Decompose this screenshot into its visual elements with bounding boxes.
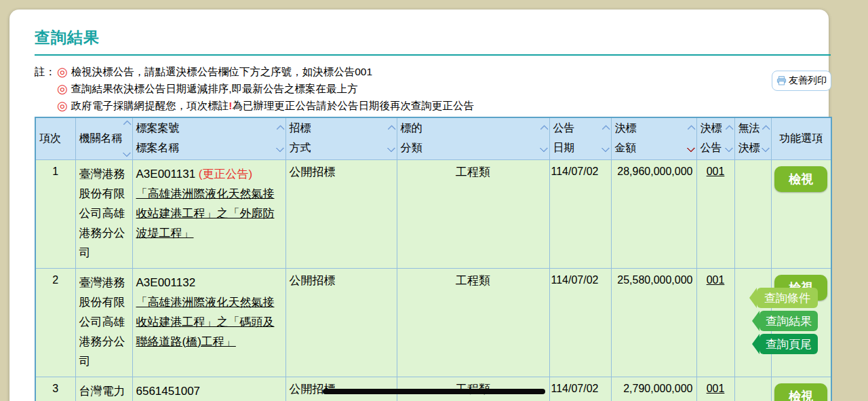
cell-award-notice: 001 <box>696 159 734 268</box>
sort-desc-icon[interactable] <box>539 144 548 153</box>
cell-item-no: 2 <box>35 268 75 377</box>
case-number: 6561451007 <box>136 385 201 398</box>
quick-nav: 查詢條件 查詢結果 查詢頁尾 <box>757 288 818 354</box>
col-header-award-amount[interactable]: 決標 金額 <box>611 117 696 159</box>
sort-desc-icon[interactable] <box>724 144 733 153</box>
notes-label: 註： <box>35 63 56 114</box>
friendly-print-button[interactable]: 友善列印 <box>772 71 831 91</box>
cell-org: 臺灣港務股份有限公司高雄港務分公司 <box>75 159 132 268</box>
sort-desc-icon[interactable] <box>761 144 770 153</box>
quick-nav-footer[interactable]: 查詢頁尾 <box>760 334 818 354</box>
award-notice-link[interactable]: 001 <box>707 383 725 394</box>
col-header-item-no: 項次 <box>35 117 75 159</box>
sort-asc-icon[interactable] <box>687 125 696 134</box>
sort-desc-icon[interactable] <box>122 149 131 157</box>
col-header-failed-award[interactable]: 無法 決標 <box>734 117 771 159</box>
cell-failed-award <box>734 377 771 401</box>
cell-method: 公開招標 <box>285 159 397 268</box>
cell-category: 工程類 <box>397 268 549 377</box>
print-button-label: 友善列印 <box>789 75 827 87</box>
cell-method: 公開招標 <box>285 268 397 377</box>
content-card: 查詢結果 註： ◎ 檢視決標公告，請點選決標公告欄位下方之序號，如決標公告001… <box>9 9 829 401</box>
cell-date: 114/07/02 <box>549 377 611 401</box>
table-row: 1 臺灣港務股份有限公司高雄港務分公司 A3E001131 (更正公告) 「高雄… <box>35 159 831 268</box>
cell-item-no: 3 <box>35 377 75 401</box>
cell-amount: 28,960,000,000 <box>611 159 696 268</box>
black-indicator-bar <box>323 389 545 394</box>
cell-amount: 25,580,000,000 <box>611 268 696 377</box>
cell-amount: 2,790,000,000 <box>611 377 696 401</box>
double-circle-icon: ◎ <box>57 83 68 95</box>
cell-actions: 檢視 <box>771 159 831 268</box>
case-name-link[interactable]: 「高雄港洲際液化天然氣接收站建港工程」之「外廓防波堤工程」 <box>136 187 275 240</box>
view-button[interactable]: 檢視 <box>774 166 827 192</box>
col-header-case[interactable]: 標案案號 標案名稱 <box>132 117 285 159</box>
quick-nav-conditions[interactable]: 查詢條件 <box>757 288 818 308</box>
double-circle-icon: ◎ <box>57 100 68 112</box>
cell-case: A3E001132 「高雄港洲際液化天然氣接收站建港工程」之「碼頭及聯絡道路(橋… <box>132 268 285 377</box>
note-text: 政府電子採購網提醒您，項次標註!為已辦理更正公告請於公告日期後再次查詢更正公告 <box>71 97 474 114</box>
case-number: A3E001131 <box>136 168 196 180</box>
note-text: 檢視決標公告，請點選決標公告欄位下方之序號，如決標公告001 <box>71 63 372 80</box>
sort-asc-icon[interactable] <box>540 125 549 134</box>
quick-nav-results[interactable]: 查詢結果 <box>760 311 818 331</box>
col-header-method[interactable]: 招標 方式 <box>285 117 397 159</box>
case-name-link[interactable]: 「高雄港洲際液化天然氣接收站建港工程」之「碼頭及聯絡道路(橋)工程」 <box>136 296 275 348</box>
sort-desc-icon[interactable] <box>601 144 610 153</box>
cell-org: 台灣電力股份有限公司 <box>75 377 132 401</box>
col-header-category[interactable]: 標的 分類 <box>397 117 549 159</box>
cell-org: 臺灣港務股份有限公司高雄港務分公司 <box>75 268 132 377</box>
double-circle-icon: ◎ <box>57 66 68 78</box>
col-header-actions: 功能選項 <box>771 117 831 159</box>
cell-case: 6561451007 六甲S/Y新建土建統包工程 <box>132 377 285 401</box>
sort-desc-active-icon[interactable] <box>686 144 695 153</box>
sort-desc-icon[interactable] <box>387 144 395 153</box>
col-header-org[interactable]: 機關名稱 <box>75 117 132 159</box>
award-notice-link[interactable]: 001 <box>707 274 725 286</box>
notes-section: 註： ◎ 檢視決標公告，請點選決標公告欄位下方之序號，如決標公告001 ◎ 查詢… <box>35 63 474 114</box>
cell-actions: 檢視 <box>771 377 831 401</box>
award-notice-link[interactable]: 001 <box>707 166 725 177</box>
note-line: ◎ 政府電子採購網提醒您，項次標註!為已辦理更正公告請於公告日期後再次查詢更正公… <box>57 97 474 114</box>
table-row: 2 臺灣港務股份有限公司高雄港務分公司 A3E001132 「高雄港洲際液化天然… <box>35 268 831 377</box>
correction-badge: (更正公告) <box>199 168 252 180</box>
cell-date: 114/07/02 <box>549 159 611 268</box>
case-number: A3E001132 <box>136 276 196 289</box>
cell-failed-award <box>734 159 771 268</box>
cell-date: 114/07/02 <box>549 268 611 377</box>
note-line: ◎ 檢視決標公告，請點選決標公告欄位下方之序號，如決標公告001 <box>57 63 474 80</box>
sort-asc-icon[interactable] <box>387 125 396 134</box>
printer-icon <box>776 76 787 85</box>
cell-case: A3E001131 (更正公告) 「高雄港洲際液化天然氣接收站建港工程」之「外廓… <box>132 159 285 268</box>
sort-asc-icon[interactable] <box>123 120 132 129</box>
cell-award-notice: 001 <box>696 377 734 401</box>
page-title: 查詢結果 <box>35 27 831 56</box>
col-header-announce-date[interactable]: 公告 日期 <box>549 117 611 159</box>
cell-category: 工程類 <box>397 159 549 268</box>
sort-desc-icon[interactable] <box>275 144 284 153</box>
cell-item-no: 1 <box>35 159 75 268</box>
sort-asc-icon[interactable] <box>762 125 770 134</box>
note-text: 查詢結果依決標公告日期遞減排序,即最新公告之標案在最上方 <box>71 80 358 97</box>
note-line: ◎ 查詢結果依決標公告日期遞減排序,即最新公告之標案在最上方 <box>57 80 474 97</box>
note-list: ◎ 檢視決標公告，請點選決標公告欄位下方之序號，如決標公告001 ◎ 查詢結果依… <box>57 63 474 114</box>
cell-award-notice: 001 <box>696 268 734 377</box>
results-table: 項次 機關名稱 標案案號 標案名稱 招標 方 <box>35 117 832 401</box>
view-button[interactable]: 檢視 <box>774 383 827 401</box>
header-row: 項次 機關名稱 標案案號 標案名稱 招標 方 <box>35 117 831 159</box>
col-header-award-notice[interactable]: 決標 公告 <box>696 117 734 159</box>
sort-asc-icon[interactable] <box>276 125 285 134</box>
sort-asc-icon[interactable] <box>725 125 734 134</box>
sort-asc-icon[interactable] <box>601 125 610 134</box>
